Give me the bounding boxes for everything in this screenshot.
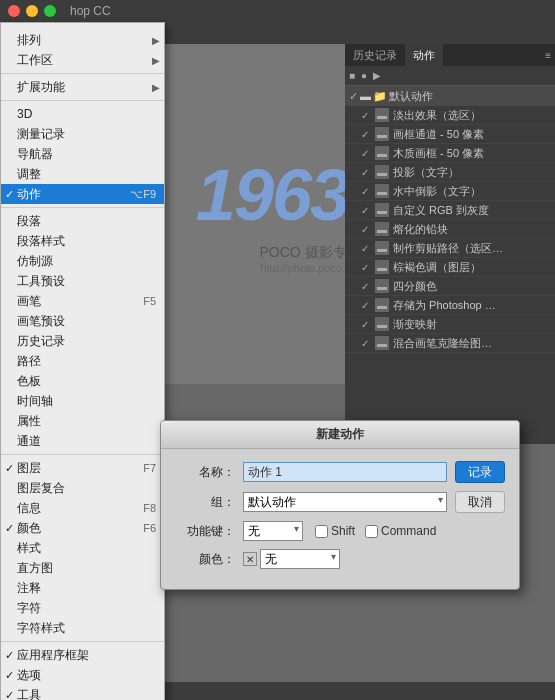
record-btn[interactable]: ● bbox=[361, 70, 367, 81]
color-select-wrapper: 无 红色 橙色 黄色 bbox=[260, 549, 340, 569]
dialog-title: 新建动作 bbox=[161, 421, 519, 449]
menu-section-5: ✓ 图层 F7 图层复合 信息 F8 ✓ 颜色 F6 样式 直方图 注释 字符 … bbox=[1, 455, 164, 642]
dialog-name-row: 名称： 记录 bbox=[175, 461, 505, 483]
color-select[interactable]: 无 红色 橙色 黄色 bbox=[260, 549, 340, 569]
menu-item-clone-src[interactable]: 仿制源 bbox=[1, 251, 164, 271]
action-label-5: 自定义 RGB 到灰度 bbox=[393, 203, 489, 218]
menu-item-arrange[interactable]: 排列 ▶ bbox=[1, 30, 164, 50]
menu-item-layers[interactable]: ✓ 图层 F7 bbox=[1, 458, 164, 478]
menu-item-channels[interactable]: 通道 bbox=[1, 431, 164, 451]
panel-toolbar: ■ ● ▶ bbox=[345, 66, 555, 86]
action-label-0: 淡出效果（选区） bbox=[393, 108, 481, 123]
window-title: hop CC bbox=[70, 4, 111, 18]
tab-history[interactable]: 历史记录 bbox=[345, 44, 405, 66]
close-button[interactable] bbox=[8, 5, 20, 17]
hotkey-select[interactable]: 无 F1 F2 bbox=[243, 521, 303, 541]
menu-item-adjust-label: 调整 bbox=[17, 166, 41, 183]
menu-item-tools[interactable]: ✓ 工具 bbox=[1, 685, 164, 700]
action-item-5[interactable]: ✓ ▬ 自定义 RGB 到灰度 bbox=[345, 201, 555, 220]
dialog-group-row: 组： 默认动作 取消 bbox=[175, 491, 505, 513]
cancel-button[interactable]: 取消 bbox=[455, 491, 505, 513]
menu-item-info[interactable]: 信息 F8 bbox=[1, 498, 164, 518]
menu-item-app-frame[interactable]: ✓ 应用程序框架 bbox=[1, 645, 164, 665]
name-input[interactable] bbox=[243, 462, 447, 482]
menu-item-workspace-label: 工作区 bbox=[17, 52, 53, 69]
menu-item-workspace[interactable]: 工作区 ▶ bbox=[1, 50, 164, 70]
menu-item-histogram[interactable]: 直方图 bbox=[1, 558, 164, 578]
menu-item-adjust[interactable]: 调整 bbox=[1, 164, 164, 184]
menu-item-character-styles[interactable]: 字符样式 bbox=[1, 618, 164, 638]
menu-item-navigator[interactable]: 导航器 bbox=[1, 144, 164, 164]
menu-item-notes[interactable]: 注释 bbox=[1, 578, 164, 598]
arrow-icon: ▶ bbox=[152, 82, 160, 93]
menu-item-arrange-label: 排列 bbox=[17, 32, 41, 49]
record-button[interactable]: 记录 bbox=[455, 461, 505, 483]
name-label: 名称： bbox=[175, 464, 235, 481]
menu-item-actions[interactable]: ✓ 动作 ⌥F9 bbox=[1, 184, 164, 204]
tab-actions[interactable]: 动作 bbox=[405, 44, 443, 66]
dialog-body: 名称： 记录 组： 默认动作 取消 功能键： 无 F1 F2 bbox=[161, 449, 519, 589]
menu-item-timeline[interactable]: 时间轴 bbox=[1, 391, 164, 411]
stop-btn[interactable]: ■ bbox=[349, 70, 355, 81]
action-item-6[interactable]: ✓ ▬ 熔化的铅块 bbox=[345, 220, 555, 239]
maximize-button[interactable] bbox=[44, 5, 56, 17]
action-item-11[interactable]: ✓ ▬ 渐变映射 bbox=[345, 315, 555, 334]
dialog-color-row: 颜色： ✕ 无 红色 橙色 黄色 bbox=[175, 549, 505, 569]
action-item-2[interactable]: ✓ ▬ 木质画框 - 50 像素 bbox=[345, 144, 555, 163]
action-label-2: 木质画框 - 50 像素 bbox=[393, 146, 484, 161]
menu-item-color[interactable]: ✓ 颜色 F6 bbox=[1, 518, 164, 538]
menu-item-history[interactable]: 历史记录 bbox=[1, 331, 164, 351]
command-label: Command bbox=[381, 524, 436, 538]
play-btn[interactable]: ▶ bbox=[373, 70, 381, 81]
group-select[interactable]: 默认动作 bbox=[243, 492, 447, 512]
new-action-dialog: 新建动作 名称： 记录 组： 默认动作 取消 功能键： 无 F1 bbox=[160, 420, 520, 590]
action-item-10[interactable]: ✓ ▬ 存储为 Photoshop … bbox=[345, 296, 555, 315]
actions-list: ✓ ▬ 📁 默认动作 ✓ ▬ 淡出效果（选区） ✓ ▬ 画框通道 - 50 像素… bbox=[345, 86, 555, 406]
action-item-8[interactable]: ✓ ▬ 棕褐色调（图层） bbox=[345, 258, 555, 277]
action-item-12[interactable]: ✓ ▬ 混合画笔克隆绘图… bbox=[345, 334, 555, 353]
shift-checkbox[interactable] bbox=[315, 525, 328, 538]
check-icon: ✓ bbox=[5, 689, 14, 701]
action-item-1[interactable]: ✓ ▬ 画框通道 - 50 像素 bbox=[345, 125, 555, 144]
menu-item-brush-preset[interactable]: 画笔预设 bbox=[1, 311, 164, 331]
action-label-4: 水中倒影（文字） bbox=[393, 184, 481, 199]
menu-item-brush[interactable]: 画笔 F5 bbox=[1, 291, 164, 311]
actions-group-header[interactable]: ✓ ▬ 📁 默认动作 bbox=[345, 86, 555, 106]
check-icon: ✓ bbox=[5, 522, 14, 535]
menu-item-swatches[interactable]: 色板 bbox=[1, 371, 164, 391]
group-select-wrapper: 默认动作 bbox=[243, 492, 447, 512]
menu-item-character[interactable]: 字符 bbox=[1, 598, 164, 618]
arrow-icon: ▶ bbox=[152, 35, 160, 46]
menu-item-properties[interactable]: 属性 bbox=[1, 411, 164, 431]
arrow-icon: ▶ bbox=[152, 55, 160, 66]
action-label-11: 渐变映射 bbox=[393, 317, 437, 332]
menu-item-3d[interactable]: 3D bbox=[1, 104, 164, 124]
menu-item-options[interactable]: ✓ 选项 bbox=[1, 665, 164, 685]
action-item-7[interactable]: ✓ ▬ 制作剪贴路径（选区… bbox=[345, 239, 555, 258]
hotkey-label: 功能键： bbox=[175, 523, 235, 540]
menu-item-actions-label: 动作 bbox=[17, 186, 41, 203]
menu-item-paragraph-style[interactable]: 段落样式 bbox=[1, 231, 164, 251]
command-checkbox[interactable] bbox=[365, 525, 378, 538]
menu-section-3: 3D 测量记录 导航器 调整 ✓ 动作 ⌥F9 bbox=[1, 101, 164, 208]
action-label-10: 存储为 Photoshop … bbox=[393, 298, 496, 313]
menu-item-tool-preset[interactable]: 工具预设 bbox=[1, 271, 164, 291]
group-label: 组： bbox=[175, 494, 235, 511]
actions-group-name: 默认动作 bbox=[389, 89, 433, 104]
action-item-9[interactable]: ✓ ▬ 四分颜色 bbox=[345, 277, 555, 296]
menu-item-layer-comps[interactable]: 图层复合 bbox=[1, 478, 164, 498]
menu-item-extensions[interactable]: 扩展功能 ▶ bbox=[1, 77, 164, 97]
action-item-3[interactable]: ✓ ▬ 投影（文字） bbox=[345, 163, 555, 182]
menu-item-styles[interactable]: 样式 bbox=[1, 538, 164, 558]
action-label-12: 混合画笔克隆绘图… bbox=[393, 336, 492, 351]
hotkey-select-wrapper: 无 F1 F2 bbox=[243, 521, 303, 541]
panel-tab-bar: 历史记录 动作 ≡ bbox=[345, 44, 555, 66]
minimize-button[interactable] bbox=[26, 5, 38, 17]
check-icon: ✓ bbox=[5, 462, 14, 475]
action-item-0[interactable]: ✓ ▬ 淡出效果（选区） bbox=[345, 106, 555, 125]
menu-item-paths[interactable]: 路径 bbox=[1, 351, 164, 371]
menu-item-measure[interactable]: 测量记录 bbox=[1, 124, 164, 144]
menu-item-paragraph[interactable]: 段落 bbox=[1, 211, 164, 231]
panel-menu-btn[interactable]: ≡ bbox=[541, 50, 555, 61]
action-item-4[interactable]: ✓ ▬ 水中倒影（文字） bbox=[345, 182, 555, 201]
